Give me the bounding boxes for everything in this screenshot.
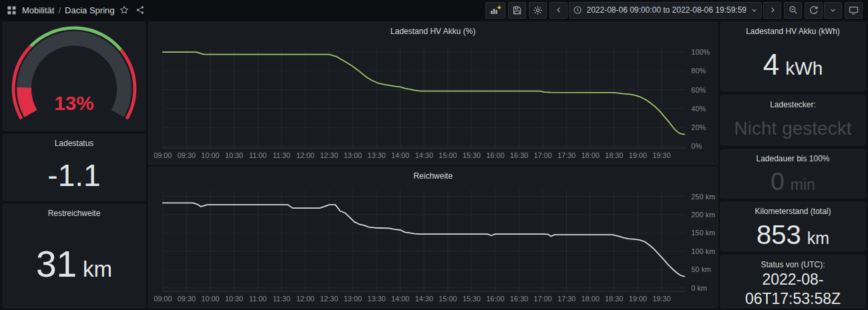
svg-text:200 km: 200 km [691, 211, 715, 219]
svg-text:10:30: 10:30 [225, 295, 243, 303]
svg-text:60%: 60% [691, 86, 706, 94]
svg-text:14:00: 14:00 [391, 151, 409, 159]
svg-text:250 km: 250 km [691, 193, 715, 201]
kiosk-mode-button[interactable] [845, 2, 863, 19]
svg-text:13:00: 13:00 [344, 151, 362, 159]
svg-text:11:00: 11:00 [249, 295, 266, 303]
svg-text:11:30: 11:30 [272, 151, 290, 159]
svg-text:15:30: 15:30 [463, 295, 481, 303]
svg-text:100 km: 100 km [691, 247, 715, 255]
chevron-down-icon [829, 7, 837, 14]
breadcrumb: Mobilität / Dacia Spring [22, 5, 114, 15]
panel-ladestand-chart: Ladestand HV Akku (%) 09:0009:3010:0010:… [148, 22, 718, 165]
svg-text:17:00: 17:00 [533, 295, 552, 303]
star-icon[interactable] [118, 4, 130, 16]
stat-value: 853 km [721, 219, 865, 251]
svg-text:18:00: 18:00 [582, 295, 600, 303]
svg-text:19:00: 19:00 [629, 295, 647, 303]
panel-reichweite-chart: Reichweite 09:0009:3010:0010:3011:0011:3… [148, 167, 718, 308]
panel-status-utc: Status von (UTC): 2022-08-06T17:53:58Z [720, 255, 865, 308]
svg-text:15:30: 15:30 [463, 151, 481, 159]
svg-text:80%: 80% [691, 67, 706, 75]
svg-text:18:30: 18:30 [605, 151, 623, 159]
svg-text:13:00: 13:00 [344, 295, 362, 303]
plus-icon [497, 6, 501, 9]
panel-restreichweite: Restreichweite 31 km [3, 204, 146, 308]
svg-text:12:00: 12:00 [296, 151, 314, 159]
ladestand-hv-akku-chart[interactable]: 09:0009:3010:0010:3011:0011:3012:0012:30… [149, 23, 717, 164]
svg-text:150 km: 150 km [691, 229, 715, 237]
refresh-group [805, 2, 842, 19]
save-dashboard-button[interactable] [508, 2, 526, 19]
svg-text:11:30: 11:30 [273, 295, 290, 303]
svg-text:09:00: 09:00 [154, 295, 172, 303]
svg-text:19:30: 19:30 [652, 295, 670, 303]
gauge-value: 13% [54, 92, 93, 114]
panel-title[interactable]: Kilometerstand (total) [721, 203, 865, 221]
clock-icon [573, 5, 582, 15]
dashboard-settings-button[interactable] [529, 2, 547, 19]
breadcrumb-section[interactable]: Mobilität [22, 5, 54, 15]
panel-title[interactable]: Restreichweite [3, 205, 145, 223]
svg-text:19:30: 19:30 [652, 151, 670, 159]
panel-ladestatus: Ladestatus -1.1 [3, 134, 146, 201]
svg-text:14:30: 14:30 [415, 295, 433, 303]
stat-value: 2022-08-06T17:53:58Z [721, 271, 865, 307]
panel-battery-gauge: 13% [3, 22, 146, 131]
panel-ladedauer: Ladedauer bis 100% 0 min [720, 149, 865, 198]
top-navbar: Mobilität / Dacia Spring [0, 0, 868, 20]
time-range-text: 2022-08-06 09:00:00 to 2022-08-06 19:59:… [586, 5, 746, 15]
panel-title[interactable]: Ladestand HV Akku (kWh) [721, 23, 865, 41]
stat-value: 0 min [721, 166, 865, 197]
svg-text:12:30: 12:30 [320, 295, 338, 303]
svg-text:17:30: 17:30 [558, 295, 576, 303]
svg-text:14:30: 14:30 [415, 151, 433, 159]
time-range-picker[interactable]: 2022-08-06 09:00:00 to 2022-08-06 19:59:… [569, 2, 762, 19]
svg-text:18:30: 18:30 [605, 295, 623, 303]
svg-text:13:30: 13:30 [367, 295, 385, 303]
time-shift-back-button[interactable] [550, 2, 568, 19]
svg-text:12:30: 12:30 [320, 151, 338, 159]
svg-text:19:00: 19:00 [629, 151, 647, 159]
apps-grid-icon[interactable] [5, 4, 18, 17]
time-picker-group: 2022-08-06 09:00:00 to 2022-08-06 19:59:… [550, 2, 781, 19]
zoom-out-button[interactable] [784, 2, 802, 19]
time-shift-forward-button[interactable] [763, 2, 781, 19]
stat-value: 4 kWh [721, 39, 865, 91]
svg-text:10:00: 10:00 [201, 151, 219, 159]
svg-text:16:30: 16:30 [510, 295, 528, 303]
svg-text:16:00: 16:00 [486, 151, 504, 159]
svg-text:0%: 0% [691, 142, 702, 150]
panel-title[interactable]: Ladestatus [3, 135, 145, 153]
svg-text:40%: 40% [691, 105, 706, 113]
refresh-interval-dropdown[interactable] [824, 2, 842, 19]
chevron-down-icon [750, 7, 758, 14]
svg-text:20%: 20% [691, 123, 706, 131]
svg-text:14:00: 14:00 [391, 295, 409, 303]
svg-text:12:00: 12:00 [296, 295, 314, 303]
add-panel-button[interactable] [485, 2, 505, 19]
svg-text:16:30: 16:30 [510, 151, 528, 159]
panel-title[interactable]: Ladedauer bis 100% [721, 150, 865, 168]
svg-text:15:00: 15:00 [439, 151, 457, 159]
panel-ladestand-kwh: Ladestand HV Akku (kWh) 4 kWh [720, 22, 865, 91]
svg-text:13:30: 13:30 [367, 151, 385, 159]
svg-text:10:30: 10:30 [225, 151, 243, 159]
svg-text:50 km: 50 km [691, 265, 711, 273]
svg-text:17:30: 17:30 [558, 151, 576, 159]
svg-text:11:00: 11:00 [249, 151, 266, 159]
panel-ladestecker: Ladestecker: Nicht gesteckt [720, 95, 865, 145]
stat-value: -1.1 [3, 151, 145, 200]
svg-text:09:00: 09:00 [154, 151, 172, 159]
share-icon[interactable] [134, 4, 146, 16]
svg-text:17:00: 17:00 [533, 151, 552, 159]
stat-value: 31 km [3, 221, 145, 307]
breadcrumb-separator: / [58, 5, 61, 15]
breadcrumb-page: Dacia Spring [65, 5, 114, 15]
svg-text:09:30: 09:30 [178, 295, 196, 303]
svg-text:09:30: 09:30 [178, 151, 196, 159]
panel-title[interactable]: Ladestecker: [721, 96, 865, 114]
refresh-button[interactable] [805, 2, 823, 19]
svg-text:16:00: 16:00 [486, 295, 504, 303]
reichweite-chart[interactable]: 09:0009:3010:0010:3011:0011:3012:0012:30… [149, 167, 717, 307]
